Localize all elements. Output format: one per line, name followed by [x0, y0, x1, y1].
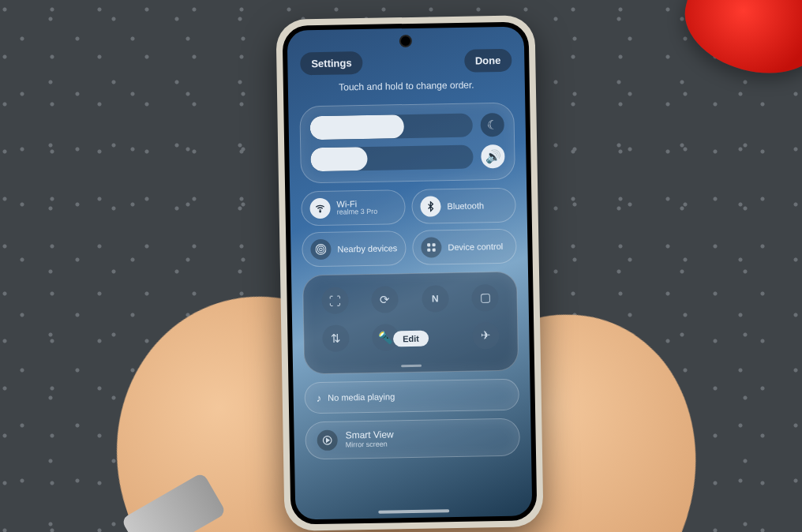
bluetooth-icon [420, 196, 440, 216]
device-control-label: Device control [448, 242, 503, 252]
moon-icon: ☾ [487, 118, 498, 133]
screenshot-icon: ⛶ [329, 294, 341, 307]
media-tile[interactable]: ♪ No media playing [304, 379, 519, 414]
smart-view-label: Smart View Mirror screen [345, 430, 394, 449]
settings-button[interactable]: Settings [300, 51, 363, 75]
quick-toggles-group[interactable]: ⛶ ⟳ N ▢ ⇅ 🔦 ✈ Edit [302, 272, 519, 375]
brightness-row: ☀ ☾ [310, 113, 504, 140]
svg-rect-7 [433, 249, 436, 252]
toy-car-prop [674, 0, 802, 88]
nfc-icon: N [432, 293, 439, 304]
phone-screen: Settings Done Touch and hold to change o… [287, 26, 533, 519]
sync-icon: ⟳ [380, 292, 390, 306]
svg-point-1 [320, 248, 323, 251]
gesture-bar[interactable] [378, 509, 449, 514]
airplane-toggle[interactable]: ✈ [472, 322, 500, 350]
device-control-tile[interactable]: Device control [412, 229, 517, 265]
music-note-icon: ♪ [317, 392, 322, 403]
volume-slider[interactable]: 🔈 [310, 145, 473, 172]
smart-view-tile[interactable]: Smart View Mirror screen [305, 418, 520, 460]
wifi-tile[interactable]: Wi-Fi realme 3 Pro [301, 189, 406, 226]
wifi-label: Wi-Fi realme 3 Pro [336, 199, 377, 217]
nfc-toggle[interactable]: N [422, 285, 449, 313]
devices-row: Nearby devices Device control [302, 229, 517, 268]
screenshot-toggle[interactable]: ⛶ [321, 287, 349, 314]
svg-rect-4 [427, 243, 430, 246]
phone-bezel: Settings Done Touch and hold to change o… [283, 21, 538, 524]
wifi-icon [309, 198, 330, 219]
svg-rect-5 [433, 243, 436, 246]
data-toggle[interactable]: ⇅ [322, 324, 350, 352]
svg-point-2 [317, 246, 324, 253]
nearby-label: Nearby devices [337, 243, 397, 253]
svg-point-0 [320, 211, 320, 212]
qs-header: Settings Done [287, 48, 524, 75]
volume-row: 🔈 🔊 [310, 144, 504, 171]
front-camera [399, 35, 412, 47]
scene: Settings Done Touch and hold to change o… [0, 0, 802, 532]
airplane-icon: ✈ [481, 328, 491, 343]
bluetooth-tile[interactable]: Bluetooth [411, 188, 516, 224]
dnd-toggle[interactable]: ☾ [480, 113, 504, 137]
sound-toggle[interactable]: 🔊 [481, 144, 505, 169]
brightness-slider[interactable]: ☀ [310, 114, 473, 140]
connectivity-row: Wi-Fi realme 3 Pro Bluetooth [301, 188, 516, 227]
nearby-devices-tile[interactable]: Nearby devices [302, 230, 407, 267]
updown-icon: ⇅ [331, 332, 341, 346]
volume-icon: 🔊 [485, 148, 500, 163]
edit-grid-button[interactable]: Edit [393, 331, 429, 347]
square-icon: ▢ [480, 290, 491, 305]
drag-handle[interactable] [401, 365, 422, 367]
sync-toggle[interactable]: ⟳ [372, 286, 399, 313]
smart-view-icon [317, 430, 337, 451]
done-button[interactable]: Done [464, 49, 512, 73]
svg-rect-6 [427, 249, 430, 252]
sliders-group: ☀ ☾ 🔈 🔊 [299, 103, 515, 184]
media-status: No media playing [328, 392, 395, 402]
phone-frame: Settings Done Touch and hold to change o… [275, 15, 543, 531]
reorder-hint: Touch and hold to change order. [288, 78, 525, 93]
nearby-icon [310, 239, 331, 260]
bluetooth-label: Bluetooth [447, 200, 484, 211]
extra-toggle-1[interactable]: ▢ [472, 284, 500, 312]
device-control-icon [421, 237, 441, 257]
flashlight-icon: 🔦 [378, 330, 393, 344]
